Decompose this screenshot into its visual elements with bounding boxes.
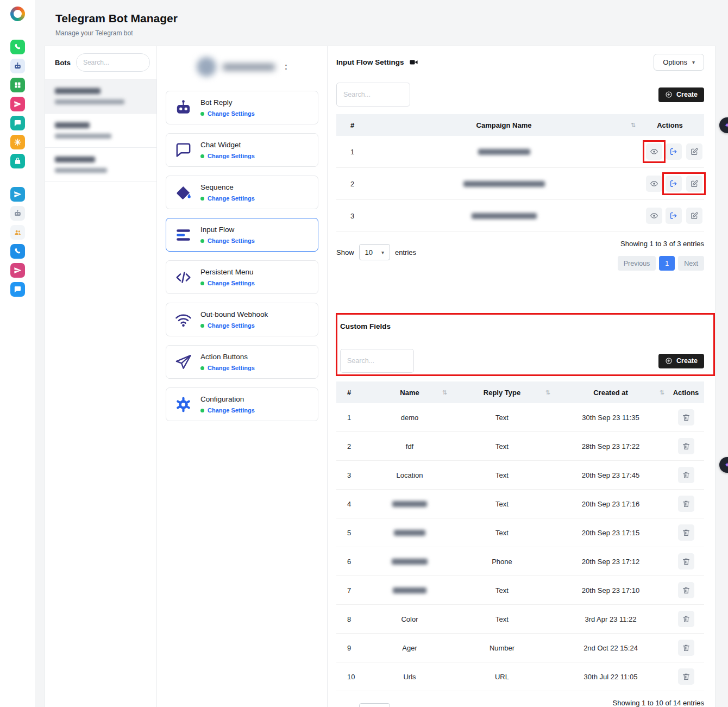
status-dot-icon	[200, 366, 204, 370]
create-campaign-button[interactable]: Create	[658, 87, 704, 102]
view-button[interactable]	[646, 208, 662, 224]
bot-menu-dots-icon[interactable]: :	[285, 62, 287, 72]
options-button[interactable]: Options ▾	[654, 54, 704, 71]
feature-card-configuration[interactable]: Configuration Change Settings	[166, 387, 318, 421]
change-settings-link[interactable]: Change Settings	[200, 407, 255, 414]
feature-card-persistent-menu[interactable]: Persistent Menu Change Settings	[166, 260, 318, 294]
chatbot-icon[interactable]	[10, 59, 25, 73]
custom-fields-table-header: # Name ⇅ Reply Type ⇅ Created at ⇅ Actio…	[336, 381, 704, 403]
delete-button[interactable]	[678, 640, 694, 656]
row-number: 2	[336, 432, 369, 460]
trash-icon	[682, 471, 691, 479]
bots-search-input[interactable]	[76, 53, 150, 72]
change-settings-link[interactable]: Change Settings	[200, 280, 255, 286]
column-header-number[interactable]: #	[336, 381, 369, 403]
previous-page-button[interactable]: Previous	[618, 256, 656, 271]
custom-fields-search-input[interactable]	[340, 349, 414, 373]
campaign-table-row: 3	[336, 200, 704, 232]
whatsapp-icon[interactable]	[10, 40, 25, 54]
green-grid-icon[interactable]	[10, 78, 25, 92]
gray-bot-icon[interactable]	[10, 206, 25, 221]
delete-button[interactable]	[678, 409, 694, 426]
blue-phone-icon[interactable]	[10, 244, 25, 259]
change-settings-link[interactable]: Change Settings	[200, 365, 255, 371]
column-header-campaign-name[interactable]: Campaign Name ⇅	[369, 114, 639, 136]
shop-bag-icon[interactable]	[10, 154, 25, 168]
delete-button[interactable]	[678, 438, 694, 454]
bots-panel-title: Bots	[55, 59, 71, 67]
view-button[interactable]	[646, 176, 662, 192]
bot-list-item[interactable]	[45, 148, 156, 182]
column-header-name[interactable]: Name ⇅	[369, 381, 450, 403]
campaign-table-footer: Show 10 ▾ entries Showing 1 to 3 of 3 en…	[336, 240, 704, 271]
delete-button[interactable]	[678, 524, 694, 541]
trash-icon	[682, 586, 691, 595]
annotation-box-custom-fields: Custom Fields Create	[336, 313, 715, 376]
custom-fields-table-footer: Show 10 ▾ entries Showing 1 to 10 of 14 …	[336, 699, 704, 707]
column-header-created-at[interactable]: Created at ⇅	[554, 381, 668, 403]
feature-title: Configuration	[200, 395, 255, 403]
teal-chat-icon[interactable]	[10, 116, 25, 130]
chevron-down-icon: ▾	[381, 249, 384, 255]
annotation-box	[644, 206, 664, 226]
change-settings-link[interactable]: Change Settings	[200, 237, 255, 244]
page-button-1[interactable]: 1	[659, 256, 675, 271]
change-settings-link[interactable]: Change Settings	[200, 153, 255, 159]
delete-button[interactable]	[678, 496, 694, 512]
delete-button[interactable]	[678, 467, 694, 483]
app-logo-icon[interactable]	[10, 7, 25, 21]
field-name-redacted	[393, 587, 426, 593]
status-dot-icon	[200, 409, 204, 412]
page-size-select[interactable]: 10 ▾	[359, 703, 391, 707]
chevron-down-icon: ▾	[692, 59, 695, 65]
telegram-pink-icon[interactable]	[10, 97, 25, 111]
delete-button[interactable]	[678, 611, 694, 627]
bot-list-item[interactable]	[45, 79, 156, 114]
feature-card-out-bound-webhook[interactable]: Out-bound Webhook Change Settings	[166, 303, 318, 336]
edit-button[interactable]	[686, 143, 702, 160]
page-size-select[interactable]: 10 ▾	[359, 244, 391, 260]
users-group-icon[interactable]	[10, 225, 25, 240]
feature-card-input-flow[interactable]: Input Flow Change Settings	[166, 218, 318, 252]
assistant-fab-bottom[interactable]: ✦	[719, 457, 728, 473]
multicolor-burst-icon[interactable]	[10, 135, 25, 149]
edit-button[interactable]	[686, 208, 702, 224]
view-button[interactable]	[646, 143, 662, 160]
export-button[interactable]	[666, 208, 682, 224]
next-page-button[interactable]: Next	[678, 256, 704, 271]
assistant-fab-top[interactable]: ✦	[719, 117, 728, 133]
feature-card-bot-reply[interactable]: Bot Reply Change Settings	[166, 91, 318, 124]
feature-card-action-buttons[interactable]: Action Buttons Change Settings	[166, 345, 318, 379]
feature-icon	[174, 311, 192, 329]
change-settings-link[interactable]: Change Settings	[200, 195, 255, 202]
telegram-icon[interactable]	[10, 187, 25, 202]
field-reply-type: Number	[450, 634, 554, 662]
export-icon	[669, 179, 678, 188]
feature-card-sequence[interactable]: Sequence Change Settings	[166, 176, 318, 209]
export-button[interactable]	[666, 176, 682, 192]
video-icon	[409, 58, 418, 67]
export-button[interactable]	[666, 143, 682, 160]
change-settings-link[interactable]: Change Settings	[200, 322, 268, 329]
column-header-number[interactable]: #	[336, 114, 369, 136]
field-name: demo	[401, 414, 419, 422]
page-size-control: Show 10 ▾ entries	[336, 244, 416, 260]
telegram-color-icon[interactable]	[10, 263, 25, 278]
feature-card-chat-widget[interactable]: Chat Widget Change Settings	[166, 133, 318, 167]
field-name: Location	[396, 471, 423, 479]
create-custom-field-button[interactable]: Create	[658, 354, 704, 368]
column-header-reply-type[interactable]: Reply Type ⇅	[450, 381, 554, 403]
content-card: Bots : Bot Reply Change Settings	[45, 46, 716, 707]
row-number: 3	[336, 200, 369, 232]
campaign-pager: Previous1Next	[618, 256, 704, 271]
blue-chat-icon[interactable]	[10, 282, 25, 297]
edit-button[interactable]	[686, 176, 702, 192]
bot-profile-header: :	[157, 46, 327, 87]
field-reply-type: Text	[450, 605, 554, 633]
delete-button[interactable]	[678, 582, 694, 598]
change-settings-link[interactable]: Change Settings	[200, 110, 255, 117]
bot-list-item[interactable]	[45, 114, 156, 148]
delete-button[interactable]	[678, 553, 694, 570]
campaign-search-input[interactable]	[336, 83, 410, 107]
delete-button[interactable]	[678, 668, 694, 685]
